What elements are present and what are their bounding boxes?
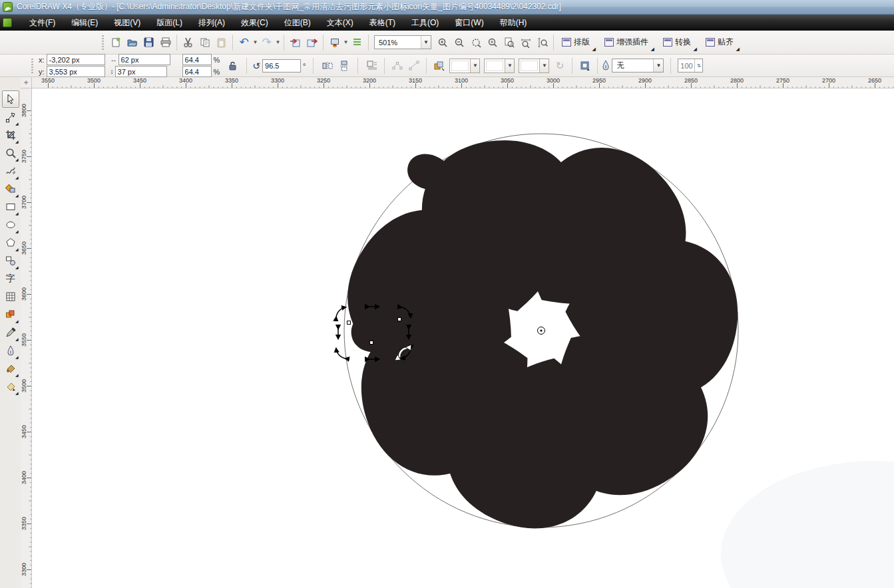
outline-style-arrow[interactable]: ▼ [505, 59, 514, 73]
scale-v-input[interactable] [182, 66, 212, 77]
smart-fill-flyout-arrow: ◢ [15, 193, 19, 198]
launcher-dropdown[interactable]: ▼ [343, 34, 349, 51]
zoom-marquee-button[interactable] [467, 34, 484, 51]
zoom-width-button[interactable] [517, 34, 534, 51]
crop-tool[interactable]: ◢ [2, 126, 19, 144]
ruler-origin[interactable]: ✛ [21, 77, 32, 88]
basic-shapes-tool[interactable]: ◢ [2, 252, 19, 269]
end-spinner[interactable]: 100 ⇅ [678, 59, 703, 73]
end-arrowhead-selector[interactable]: ▼ [519, 59, 549, 73]
object-y-input[interactable] [47, 66, 105, 77]
save-button[interactable] [140, 34, 157, 51]
mirror-vertical-button[interactable] [335, 57, 352, 74]
cut-button[interactable] [180, 34, 196, 51]
start-arrowhead-arrow[interactable]: ▼ [470, 59, 479, 73]
object-width-input[interactable] [118, 54, 170, 65]
convert-outline-to-object-button[interactable] [576, 57, 593, 74]
print-button[interactable] [157, 34, 174, 51]
vertical-ruler[interactable]: 3800375037003650360035503500345034003350… [21, 88, 32, 588]
end-arrowhead-arrow[interactable]: ▼ [539, 59, 549, 73]
snap-to-button[interactable]: 贴齐 ◢ [700, 35, 739, 50]
close-curve-button[interactable]: ↻ [551, 57, 568, 74]
application-launcher-button[interactable] [326, 34, 343, 51]
new-document-button[interactable] [107, 34, 124, 51]
enhanced-plugins-icon [604, 38, 614, 47]
menu-item-2[interactable]: 视图(V) [106, 15, 148, 31]
ellipse-tool[interactable]: ◢ [2, 216, 19, 233]
join-curves-button[interactable] [405, 57, 422, 74]
menu-item-11[interactable]: 帮助(H) [492, 15, 535, 31]
redo-dropdown[interactable]: ▼ [275, 34, 281, 51]
zoom-level-combo[interactable]: 501% ▼ [374, 35, 431, 49]
end-spinner-buttons[interactable]: ⇅ [694, 59, 702, 72]
zoom-in-button[interactable] [434, 34, 451, 51]
reduce-nodes-button[interactable] [389, 57, 405, 74]
property-bar: x: y: ↔ ↕ % % ↺ ° [0, 55, 894, 77]
menu-item-8[interactable]: 表格(T) [361, 15, 403, 31]
x-label: x: [39, 56, 45, 64]
options-button[interactable] [349, 34, 365, 51]
export-button[interactable] [304, 34, 320, 51]
enhanced-plugins-button[interactable]: 增强插件 ◢ [599, 35, 654, 50]
copy-button[interactable] [196, 34, 213, 51]
pick-tool[interactable] [2, 90, 19, 108]
shape-tool[interactable]: ◢ [2, 108, 19, 126]
outline-width-arrow[interactable]: ▼ [653, 59, 663, 72]
interactive-blend-tool[interactable]: ◢ [2, 306, 19, 323]
mirror-horizontal-button[interactable] [319, 57, 335, 74]
property-bar-grip[interactable] [30, 59, 35, 73]
zoom-tool[interactable]: ◢ [2, 144, 19, 162]
zoom-combo-arrow[interactable]: ▼ [421, 36, 431, 49]
menu-item-4[interactable]: 排列(A) [190, 15, 233, 31]
zoom-height-button[interactable] [534, 34, 551, 51]
lock-ratio-button[interactable] [224, 57, 241, 74]
fill-tool[interactable]: ◢ [2, 360, 19, 377]
snap-to-label: 贴齐 [718, 37, 734, 48]
menu-item-0[interactable]: 文件(F) [21, 15, 63, 31]
rectangle-tool[interactable]: ◢ [2, 198, 19, 216]
title-bar: CorelDRAW X4（专业版）- [C:\Users\Administrat… [0, 0, 894, 15]
typesetting-button[interactable]: 排版 ◢ [557, 35, 595, 50]
open-button[interactable] [124, 34, 140, 51]
outline-pen-icon [5, 345, 16, 356]
menu-item-7[interactable]: 文本(X) [319, 15, 361, 31]
svg-text:3450: 3450 [133, 77, 146, 84]
start-arrowhead-selector[interactable]: ▼ [449, 59, 480, 73]
outline-style-selector[interactable]: ▼ [484, 59, 515, 73]
table-tool[interactable] [2, 288, 19, 305]
smart-fill-tool[interactable]: ◢ [2, 180, 19, 198]
import-button[interactable] [287, 34, 304, 51]
menu-item-1[interactable]: 编辑(E) [63, 15, 106, 31]
paste-button[interactable] [213, 34, 230, 51]
menu-item-6[interactable]: 位图(B) [276, 15, 319, 31]
undo-dropdown[interactable]: ▼ [252, 34, 258, 51]
zoom-selected-button[interactable] [484, 34, 501, 51]
horizontal-ruler[interactable]: 3550350034503400335033003250320031503100… [32, 77, 894, 88]
outline-pen-tool[interactable]: ◢ [2, 342, 19, 359]
object-height-input[interactable] [115, 66, 167, 77]
zoom-page-button[interactable] [501, 34, 517, 51]
document-icon[interactable] [3, 18, 12, 27]
menu-item-9[interactable]: 工具(O) [403, 15, 447, 31]
rotation-angle-input[interactable] [262, 59, 301, 73]
undo-button[interactable]: ↶ [236, 34, 252, 51]
interactive-fill-tool[interactable]: ◢ [2, 378, 19, 395]
redo-button[interactable]: ↷ [258, 34, 275, 51]
polygon-tool[interactable]: ◢ [2, 234, 19, 251]
freehand-tool[interactable]: ◢ [2, 162, 19, 180]
toolbar-grip[interactable] [101, 35, 105, 50]
object-x-input[interactable] [47, 54, 105, 65]
wrap-text-button[interactable] [363, 57, 380, 74]
zoom-out-button[interactable] [451, 34, 467, 51]
convert-to-curves-button[interactable] [431, 57, 447, 74]
menu-item-10[interactable]: 窗口(W) [447, 15, 491, 31]
convert-button[interactable]: 转换 ◢ [658, 35, 696, 50]
drawing-canvas[interactable] [32, 88, 894, 588]
outline-width-combo[interactable]: 无 ▼ [612, 59, 664, 73]
eyedropper-tool[interactable]: ◢ [2, 324, 19, 341]
menu-item-5[interactable]: 效果(C) [233, 15, 276, 31]
menu-item-3[interactable]: 版面(L) [148, 15, 190, 31]
percent-h-label: % [214, 56, 220, 64]
scale-h-input[interactable] [182, 54, 212, 65]
text-tool[interactable]: 字 [2, 270, 19, 287]
